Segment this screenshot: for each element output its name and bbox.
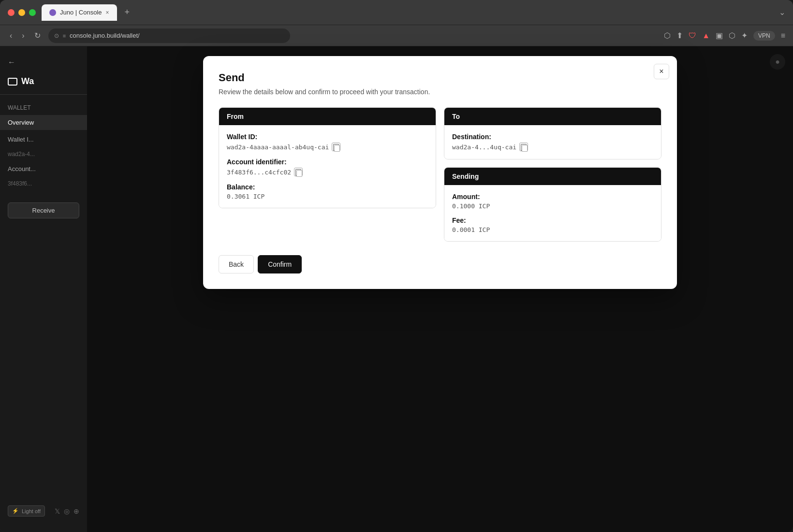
share-icon[interactable]: ⬆ bbox=[676, 31, 683, 40]
modal-overlay: × Send Review the details below and conf… bbox=[87, 46, 793, 532]
sending-card: Sending Amount: 0.1000 ICP Fee: 0.0001 I… bbox=[444, 167, 661, 242]
sidebar-section-wallet: Wallet bbox=[0, 102, 87, 113]
wallet-icon bbox=[8, 78, 17, 86]
tab-close-icon[interactable]: × bbox=[106, 9, 109, 16]
bookmark-icon: ⊙ bbox=[54, 32, 59, 39]
divider bbox=[0, 94, 87, 95]
tab-bar: Juno | Console × + bbox=[42, 4, 773, 21]
wallet-id-label: Wallet ID: bbox=[227, 133, 428, 141]
modal-title: Send bbox=[219, 72, 661, 84]
wallet-id-value: wad2a-4aaaa-aaaal-ab4uq-cai bbox=[227, 143, 428, 151]
address-bar[interactable]: ⊙ ≡ console.juno.build/wallet/ bbox=[48, 29, 290, 43]
new-tab-button[interactable]: + bbox=[121, 7, 134, 17]
tab-title: Juno | Console bbox=[60, 9, 102, 16]
sidebar: ← Wa Wallet Overview Wallet I... wad2a-4… bbox=[0, 46, 87, 532]
destination-label: Destination: bbox=[452, 133, 653, 141]
twitter-icon[interactable]: 𝕏 bbox=[55, 507, 60, 515]
modal-actions: Back Confirm bbox=[219, 255, 661, 273]
to-header: To bbox=[444, 108, 661, 125]
from-header: From bbox=[219, 108, 436, 125]
sidebar-item-wallet[interactable]: Wallet I... bbox=[0, 132, 87, 147]
back-button[interactable]: Back bbox=[219, 255, 254, 273]
browser-window: Juno | Console × + ⌄ ‹ › ↻ ⊙ ≡ console.j… bbox=[0, 0, 793, 532]
copy-wallet-id-button[interactable] bbox=[332, 143, 340, 151]
tab-favicon bbox=[49, 9, 56, 16]
sidebar-back-button[interactable]: ← bbox=[0, 54, 87, 71]
wallet-toolbar-icon[interactable]: ⬡ bbox=[729, 31, 735, 40]
confirm-button[interactable]: Confirm bbox=[258, 255, 302, 273]
to-card: To Destination: wad2a-4...4uq-cai bbox=[444, 107, 661, 159]
browser-titlebar: Juno | Console × + ⌄ bbox=[0, 0, 793, 25]
light-icon: ⚡ bbox=[12, 508, 19, 514]
destination-value: wad2a-4...4uq-cai bbox=[452, 143, 653, 151]
modal-right-section: To Destination: wad2a-4...4uq-cai bbox=[444, 107, 661, 242]
sending-body: Amount: 0.1000 ICP Fee: 0.0001 ICP bbox=[444, 185, 661, 241]
brave-icon[interactable]: 🛡 bbox=[689, 31, 696, 40]
address-text: console.juno.build/wallet/ bbox=[70, 32, 140, 39]
cast-icon[interactable]: ⬡ bbox=[664, 31, 671, 40]
to-body: Destination: wad2a-4...4uq-cai bbox=[444, 125, 661, 159]
sidebar-item-account[interactable]: Account... bbox=[0, 161, 87, 176]
window-controls[interactable]: ⌄ bbox=[779, 8, 785, 17]
forward-button[interactable]: › bbox=[20, 29, 26, 42]
discord-icon[interactable]: ⊕ bbox=[73, 507, 79, 515]
sidebar-account-sub: 3f483f6... bbox=[0, 178, 87, 189]
modal-close-button[interactable]: × bbox=[654, 64, 669, 79]
from-card: From Wallet ID: wad2a-4aaaa-aaaal-ab4uq-… bbox=[219, 107, 436, 208]
minimize-window-button[interactable] bbox=[18, 9, 25, 16]
fee-label: Fee: bbox=[452, 216, 653, 224]
ai-icon[interactable]: ✦ bbox=[741, 31, 748, 40]
maximize-window-button[interactable] bbox=[29, 9, 36, 16]
toolbar-right: ⬡ ⬆ 🛡 ▲ ▣ ⬡ ✦ VPN ≡ bbox=[664, 31, 785, 41]
light-off-button[interactable]: ⚡ Light off bbox=[8, 505, 45, 517]
sidebar-title: Wa bbox=[0, 72, 87, 90]
from-body: Wallet ID: wad2a-4aaaa-aaaal-ab4uq-cai A… bbox=[219, 125, 436, 208]
copy-destination-button[interactable] bbox=[519, 143, 528, 151]
sidebar-spacer bbox=[0, 224, 87, 496]
fee-value: 0.0001 ICP bbox=[452, 226, 653, 233]
account-identifier-value: 3f483f6...c4cfc02 bbox=[227, 168, 428, 176]
main-content: ● × Send Review the details below and co… bbox=[87, 46, 793, 532]
amount-label: Amount: bbox=[452, 193, 653, 201]
back-button[interactable]: ‹ bbox=[8, 29, 14, 42]
browser-content: ← Wa Wallet Overview Wallet I... wad2a-4… bbox=[0, 46, 793, 532]
receive-button[interactable]: Receive bbox=[8, 202, 79, 218]
github-icon[interactable]: ◎ bbox=[64, 507, 70, 515]
close-window-button[interactable] bbox=[8, 9, 15, 16]
active-tab[interactable]: Juno | Console × bbox=[42, 4, 117, 21]
social-icons: 𝕏 ◎ ⊕ bbox=[55, 507, 79, 515]
sending-header: Sending bbox=[444, 168, 661, 185]
send-modal: × Send Review the details below and conf… bbox=[203, 56, 677, 289]
sidebar-footer: ⚡ Light off 𝕏 ◎ ⊕ bbox=[0, 498, 87, 524]
browser-toolbar: ‹ › ↻ ⊙ ≡ console.juno.build/wallet/ ⬡ ⬆… bbox=[0, 25, 793, 46]
sidebar-wallet-sub: wad2a-4... bbox=[0, 149, 87, 159]
extensions-icon[interactable]: ▲ bbox=[702, 31, 710, 40]
sidebar-actions: Receive bbox=[0, 199, 87, 222]
balance-value: 0.3061 ICP bbox=[227, 193, 428, 200]
reload-button[interactable]: ↻ bbox=[32, 29, 43, 42]
modal-grid: From Wallet ID: wad2a-4aaaa-aaaal-ab4uq-… bbox=[219, 107, 661, 242]
sidebar-toggle-icon[interactable]: ▣ bbox=[716, 31, 723, 40]
sidebar-item-overview[interactable]: Overview bbox=[0, 115, 87, 130]
vpn-badge[interactable]: VPN bbox=[753, 31, 775, 41]
modal-from-section: From Wallet ID: wad2a-4aaaa-aaaal-ab4uq-… bbox=[219, 107, 436, 242]
traffic-lights bbox=[8, 9, 36, 16]
balance-label: Balance: bbox=[227, 183, 428, 191]
account-identifier-label: Account identifier: bbox=[227, 158, 428, 166]
amount-value: 0.1000 ICP bbox=[452, 202, 653, 210]
menu-icon[interactable]: ≡ bbox=[781, 31, 785, 40]
copy-account-id-button[interactable] bbox=[294, 168, 303, 176]
security-icon: ≡ bbox=[63, 33, 66, 39]
modal-subtitle: Review the details below and confirm to … bbox=[219, 88, 661, 96]
